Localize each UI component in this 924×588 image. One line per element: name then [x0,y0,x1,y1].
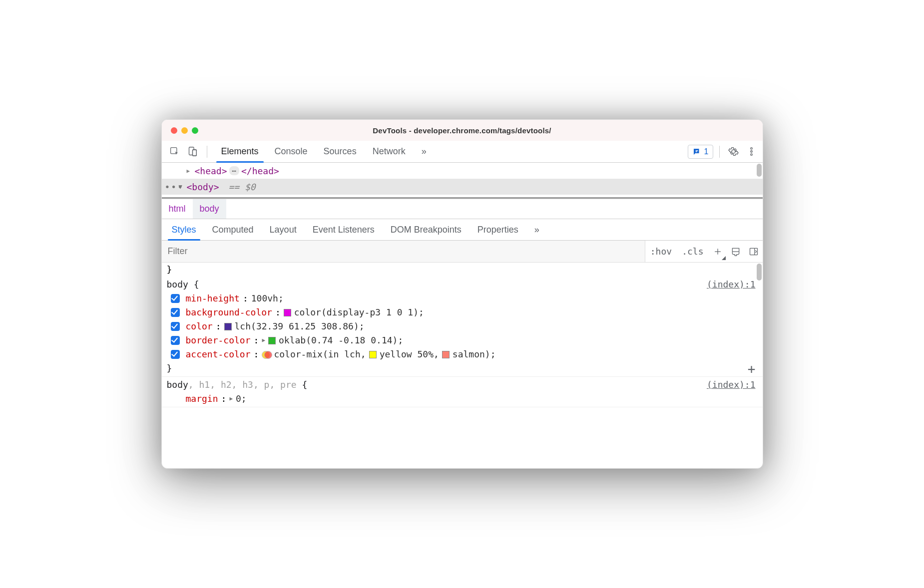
svg-rect-2 [193,150,197,156]
color-mix-swatch-icon[interactable] [262,350,271,359]
rule-selector[interactable]: body, h1, h2, h3, p, pre { [167,378,756,392]
expand-shorthand-icon[interactable]: ▶ [229,392,233,406]
kebab-menu-icon[interactable] [744,144,760,160]
styles-filter-row: :hov .cls [162,241,763,263]
svg-point-6 [751,148,753,150]
overflow-glyph: » [422,146,427,157]
color-swatch-icon[interactable] [224,323,232,330]
dom-tag-open: <body> [187,182,219,192]
tab-label: Console [275,146,308,157]
issues-icon [692,147,701,156]
dom-tag-close: </head> [241,166,279,176]
window-title: DevTools - developer.chrome.com/tags/dev… [162,126,763,135]
dom-node-body-selected[interactable]: ••• ▼ <body> == $0 [162,179,763,195]
console-reference-marker: == $0 [228,182,255,192]
tab-elements[interactable]: Elements [213,141,267,162]
expand-shorthand-icon[interactable]: ▶ [262,333,265,347]
css-rule[interactable]: (index):1body, h1, h2, h3, p, pre {margi… [162,377,763,407]
property-name[interactable]: color [186,319,213,333]
property-value[interactable]: salmon); [453,347,496,361]
tabs-overflow-button[interactable]: » [414,141,435,162]
css-declaration[interactable]: accent-color:color-mix(in lch, yellow 50… [167,347,756,361]
property-name[interactable]: margin [186,392,218,406]
toolbar-divider [207,146,207,158]
css-declaration[interactable]: color:lch(32.39 61.25 308.86); [167,319,756,333]
sidetab-styles[interactable]: Styles [165,219,203,240]
rule-source-link[interactable]: (index):1 [707,278,756,292]
collapsed-ellipsis-icon[interactable]: ⋯ [229,166,239,175]
property-value[interactable]: oklab(0.74 -0.18 0.14); [279,333,403,347]
sidebar-tabs: Styles Computed Layout Event Listeners D… [162,219,763,241]
sidetab-label: Styles [172,225,196,235]
css-declaration[interactable]: margin:▶0; [167,392,756,406]
insert-rule-below-button[interactable]: + [748,362,756,375]
expand-arrow-icon[interactable]: ▶ [187,168,192,174]
sidetab-event-listeners[interactable]: Event Listeners [306,219,382,240]
property-value[interactable]: color(display-p3 1 0 1); [294,305,424,319]
overflow-glyph: » [534,225,539,235]
property-name[interactable]: border-color [186,333,251,347]
issues-count: 1 [704,147,709,156]
property-value[interactable]: lch(32.39 61.25 308.86); [235,319,365,333]
computed-panel-toggle-icon[interactable] [745,241,763,262]
styles-filter-input[interactable] [162,241,645,262]
tab-network[interactable]: Network [365,141,414,162]
property-value[interactable]: yellow 50%, [380,347,439,361]
property-enable-checkbox[interactable] [171,350,180,359]
dom-scrollbar[interactable] [756,163,763,199]
sidetabs-overflow-button[interactable]: » [527,219,546,240]
property-name[interactable]: background-color [186,305,272,319]
property-value[interactable]: 100vh; [251,292,284,305]
color-swatch-icon[interactable] [284,309,291,316]
device-toolbar-icon[interactable] [185,144,201,160]
tab-label: Network [373,146,406,157]
issues-button[interactable]: 1 [688,145,713,159]
panel-icon [749,247,759,257]
css-rule[interactable]: (index):1body {min-height:100vh;backgrou… [162,277,763,377]
rule-selector[interactable]: body { [167,278,756,292]
hov-toggle-button[interactable]: :hov [645,241,677,262]
breadcrumb-label: html [169,204,186,214]
property-enable-checkbox[interactable] [171,336,180,345]
sidetab-label: Event Listeners [313,225,375,235]
breadcrumb-item-html[interactable]: html [162,199,193,219]
property-enable-checkbox[interactable] [171,294,180,303]
sidetab-layout[interactable]: Layout [263,219,304,240]
property-name[interactable]: accent-color [186,347,251,361]
inspect-element-icon[interactable] [167,144,183,160]
property-value[interactable]: color-mix(in lch, [274,347,366,361]
tab-sources[interactable]: Sources [316,141,365,162]
css-declaration[interactable]: border-color:▶oklab(0.74 -0.18 0.14); [167,333,756,347]
sidetab-label: Computed [212,225,254,235]
breadcrumb-item-body[interactable]: body [193,199,226,219]
css-declaration[interactable]: min-height:100vh; [167,292,756,305]
hov-label: :hov [650,246,672,257]
devtools-window: DevTools - developer.chrome.com/tags/dev… [161,119,763,469]
property-value[interactable]: 0; [236,392,247,406]
color-swatch-icon[interactable] [369,351,377,358]
css-declaration[interactable]: background-color:color(display-p3 1 0 1)… [167,305,756,319]
sidetab-dom-breakpoints[interactable]: DOM Breakpoints [384,219,468,240]
property-name[interactable]: min-height [186,292,240,305]
sidetab-computed[interactable]: Computed [205,219,261,240]
sidetab-label: Properties [477,225,518,235]
dom-node-head[interactable]: ▶ <head> ⋯ </head> [162,163,763,179]
paint-brush-icon[interactable] [727,241,745,262]
styles-pane[interactable]: }(index):1body {min-height:100vh;backgro… [162,263,763,468]
titlebar: DevTools - developer.chrome.com/tags/dev… [162,120,763,141]
sidetab-properties[interactable]: Properties [470,219,525,240]
dom-tree[interactable]: ▶ <head> ⋯ </head> ••• ▼ <body> == $0 [162,163,763,199]
tab-console[interactable]: Console [267,141,316,162]
color-swatch-icon[interactable] [442,351,450,358]
selection-dots-icon: ••• [165,182,184,192]
rule-close-brace: } [167,361,756,375]
property-enable-checkbox[interactable] [171,322,180,331]
breadcrumb: html body [162,199,763,219]
color-swatch-icon[interactable] [268,337,276,344]
new-style-rule-button[interactable] [709,241,727,262]
dom-tag-open: <head> [195,166,227,176]
rule-source-link[interactable]: (index):1 [707,378,756,392]
gear-icon[interactable] [726,144,742,160]
cls-toggle-button[interactable]: .cls [677,241,708,262]
property-enable-checkbox[interactable] [171,308,180,317]
